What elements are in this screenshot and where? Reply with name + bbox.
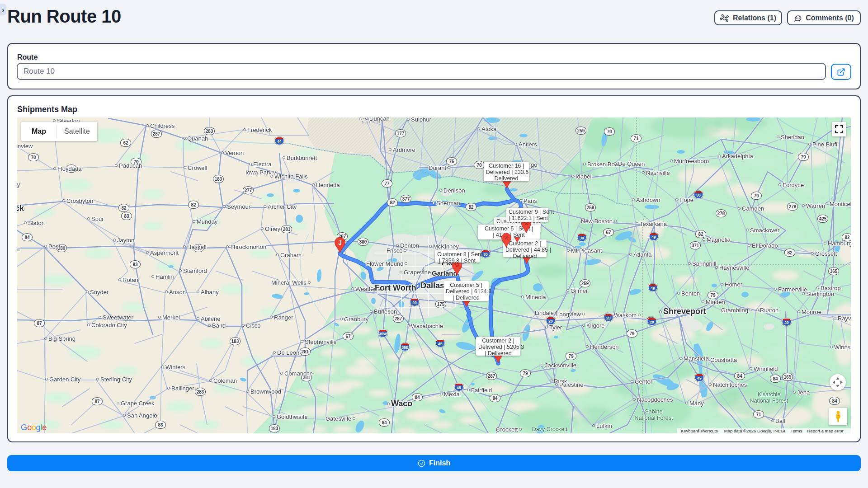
svg-text:J: J (338, 239, 342, 246)
